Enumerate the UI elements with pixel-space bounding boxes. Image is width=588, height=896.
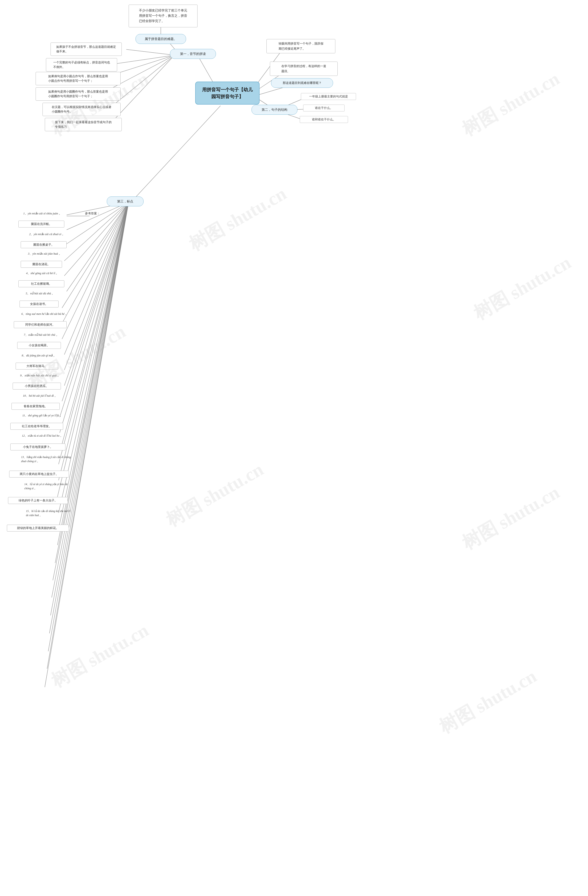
svg-line-25 (62, 202, 129, 339)
svg-line-36 (59, 202, 129, 513)
ex11-chinese: 社工在给老爷爷理发。 (10, 423, 63, 430)
s1-child5: 在汉题，可以根据实际情况来选择实心点或者小圆圈作句号。 (43, 103, 121, 116)
ex14-chinese: 绿色的叶子上有一条大虫子。 (8, 497, 68, 504)
ex5-chinese: 女孩在读书。 (20, 300, 59, 308)
ex13-pinyin: 13、liǎng zhī xiǎo huáng jī zài cǎo dì sh… (0, 455, 92, 463)
s1-child3: 如果例句是用小圆点作句号，那么答案也是用小圆点作句号用拼音写一个句子； (36, 72, 121, 85)
s1-child1: 如果孩子不会拼读音节，那么这道题目就难定做不来。 (50, 43, 122, 56)
ex3-chinese: 菌苗在浇花。 (21, 261, 62, 268)
s1-child4: 如果例句是用小圆圈作句号，那么答案也是用小圆圈作句号用拼音写一个句子； (36, 87, 121, 101)
section1-label: 第一，音节的拼读 (170, 49, 216, 59)
ex13-chinese: 两只小黄鸡在草地上捉虫子。 (9, 471, 69, 477)
s2-child2: 谁在干什么。 (303, 105, 345, 111)
svg-line-19 (64, 202, 129, 245)
ex8-pinyin: 8、dà jiāng jūn zài qí mǎ 。 (5, 354, 73, 358)
svg-line-22 (67, 202, 129, 291)
ex15-chinese: 碧绿的草地上开着美丽的鲜花。 (7, 525, 69, 532)
s2-child1: 一年级上册最主要的句式就是 (301, 93, 356, 100)
svg-line-8 (126, 49, 175, 55)
s2-child3: 谁和谁在干什么。 (300, 116, 348, 123)
svg-line-42 (50, 202, 129, 616)
s1-child2: 一个完整的句子必须有标点，拼音连词句也不例外。 (46, 58, 117, 72)
svg-line-24 (62, 202, 129, 323)
svg-line-2 (131, 106, 220, 202)
watermark-5: 树图 shutu.cn (47, 618, 153, 693)
right-node3: 那这道题目到底难在哪里呢？ (271, 78, 333, 88)
svg-line-40 (53, 202, 129, 580)
ex15-pinyin: 15、bì lǜ de cǎo dì shàng kāi zhe měi lìd… (0, 509, 96, 517)
central-node: 用拼音写一个句子【幼儿园写拼音句子】 (195, 82, 260, 105)
ex1-answer-label: 参考答案： (85, 212, 100, 216)
ex4-chinese: 社工在擦玻璃。 (18, 280, 64, 287)
ex6-pinyin: 6、tóng xué men hé lǎo shī zài bá hé 。 (3, 312, 86, 316)
ex12-chinese: 小兔子在地里拔萝卜。 (10, 443, 65, 450)
watermark-7: 树图 shutu.cn (469, 250, 575, 326)
ex7-chinese: 小女孩在喝茶。 (17, 342, 61, 349)
watermark-2: 树图 shutu.cn (185, 181, 291, 257)
watermark-8: 树图 shutu.cn (458, 480, 564, 556)
right-node2: 在学习拼音的过程，有这样的一道题目, (270, 62, 338, 76)
svg-line-9 (115, 55, 175, 64)
ex11-pinyin: 11、shé gōng gěi lǎo yé ye lǐ fà 。 (1, 414, 84, 418)
section2-label: 第二，句子的结构 (252, 105, 298, 115)
ex4-pinyin: 4、shé gōng zài cā bō lí 。 (8, 271, 77, 275)
ex8-chinese: 大将军在骑马。 (16, 363, 58, 370)
hard-topic: 属于拼音题目的难题。 (135, 34, 186, 44)
watermark-4: 树图 shutu.cn (162, 457, 268, 533)
ex2-chinese: 菌苗在擦桌子。 (21, 241, 67, 248)
svg-line-41 (52, 202, 129, 597)
ex10-pinyin: 10、bā bō zài jiā lǐ tuō dì 。 (3, 394, 77, 398)
ex9-pinyin: 9、xiǎo nán hái zài chī xī guā 。 (2, 373, 78, 378)
intro-text: 不少小朋友已经学完了前三个单元用拼音写一个句子，换言之，拼音已经全部学完了。 (129, 5, 198, 27)
ex9-chinese: 小男孩在吃西瓜。 (13, 382, 61, 390)
svg-line-26 (64, 202, 129, 355)
section3-label: 第三，标点 (107, 197, 144, 206)
svg-line-18 (67, 202, 129, 230)
watermark-9: 树图 shutu.cn (435, 664, 541, 739)
svg-line-34 (59, 202, 129, 480)
ex2-pinyin: 2、yín miǎo zài cā zhuō zi 。 (13, 232, 82, 236)
ex14-pinyin: 14、lǜ sè de yè zi shàng yǒu yī tiáo dàch… (0, 482, 92, 491)
ex5-pinyin: 5、nǚ hái zài dú shū 。 (10, 291, 70, 296)
ex1-chinese: 菌苗在洗洋船。 (18, 221, 64, 227)
svg-line-13 (112, 55, 175, 121)
ex6-chinese: 同学们和老师在拔河。 (14, 321, 67, 328)
ex12-pinyin: 12、xiǎo tù zi zài dì lǐ bá luó bo 。 (1, 434, 84, 438)
svg-line-27 (64, 202, 129, 370)
svg-line-28 (64, 202, 129, 386)
ex7-pinyin: 7、xiǎo nǚ hái zài hē chá 。 (7, 333, 76, 337)
right-node1: 转眼间用拼音写一个句子，国庆假期已经接近尾声了。 (266, 39, 335, 53)
watermark-6: 树图 shutu.cn (458, 66, 564, 142)
s1-child6: 接下来，我们一起来看看这份音节或句子的专项练习 (45, 118, 122, 131)
ex1-pinyin: 1、yín miǎo zài xī shōu juàn 。 (8, 212, 77, 216)
ex3-pinyin: 3、yín miǎo zài jiāo huā 。 (13, 251, 77, 256)
svg-line-31 (60, 202, 129, 433)
svg-line-32 (61, 202, 129, 448)
svg-line-37 (59, 202, 129, 529)
ex10-chinese: 爸爸在家里拖地。 (12, 403, 60, 410)
svg-line-35 (58, 202, 129, 497)
